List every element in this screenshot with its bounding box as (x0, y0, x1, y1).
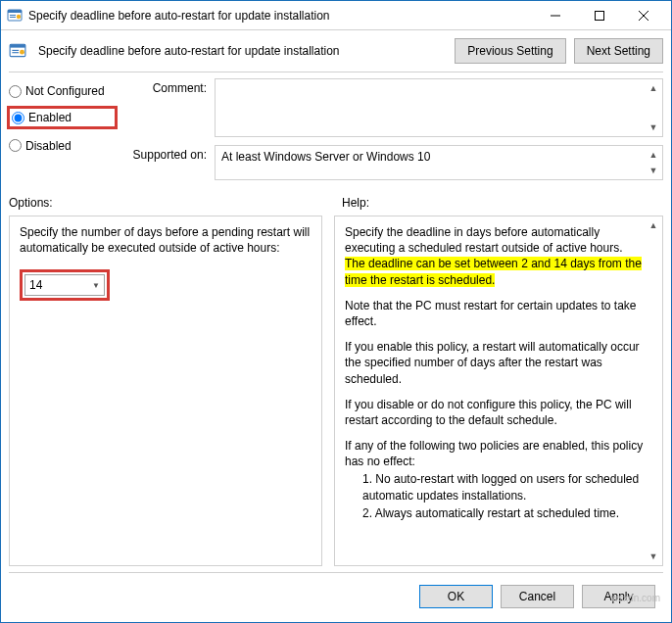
supported-row: Supported on: At least Windows Server or… (126, 145, 663, 180)
options-label: Options: (9, 196, 322, 210)
close-button[interactable] (621, 1, 665, 30)
titlebar-controls (533, 1, 665, 30)
radio-not-configured-label: Not Configured (25, 84, 105, 98)
days-dropdown[interactable]: 14 ▼ (24, 274, 105, 296)
help-text: Specify the deadline in days before auto… (345, 224, 645, 531)
supported-on-value: At least Windows Server or Windows 10 (221, 150, 430, 164)
window: Specify deadline before auto-restart for… (0, 0, 672, 623)
header-row: Specify deadline before auto-restart for… (9, 38, 663, 64)
content-area: Specify deadline before auto-restart for… (1, 30, 671, 622)
svg-rect-6 (595, 11, 603, 20)
scroll-down-icon: ▼ (647, 164, 660, 177)
svg-rect-11 (12, 50, 19, 51)
svg-point-4 (17, 14, 21, 18)
cancel-button[interactable]: Cancel (501, 585, 574, 608)
scroll-down-icon: ▼ (647, 550, 660, 563)
comment-label: Comment: (126, 78, 215, 137)
supported-on-box: At least Windows Server or Windows 10 ▲ … (215, 145, 663, 180)
scroll-down-icon: ▼ (647, 120, 660, 134)
policy-icon (9, 42, 26, 60)
radio-enabled-highlight: Enabled (9, 110, 117, 127)
comment-input[interactable]: ▲ ▼ (215, 78, 663, 137)
supported-label: Supported on: (126, 145, 215, 180)
chevron-down-icon: ▼ (92, 281, 100, 290)
svg-point-13 (20, 50, 24, 55)
help-panel: Specify the deadline in days before auto… (334, 216, 663, 566)
window-title: Specify deadline before auto-restart for… (28, 9, 533, 23)
help-p5b: 2. Always automatically restart at sched… (345, 505, 645, 521)
scroll-up-icon: ▲ (647, 148, 660, 162)
radio-disabled-input[interactable] (9, 139, 22, 152)
panels: Specify the number of days before a pend… (9, 216, 663, 566)
apply-button[interactable]: Apply (582, 585, 655, 608)
next-setting-button[interactable]: Next Setting (574, 38, 663, 64)
scroll-up-icon: ▲ (647, 218, 660, 232)
days-value: 14 (29, 278, 42, 292)
svg-rect-12 (12, 52, 19, 53)
ok-button[interactable]: OK (419, 585, 493, 608)
scroll-up-icon: ▲ (647, 81, 660, 95)
comment-row: Comment: ▲ ▼ (126, 78, 663, 137)
app-icon (7, 8, 23, 24)
help-p2: Note that the PC must restart for certai… (345, 298, 645, 329)
dropdown-highlight: 14 ▼ (20, 269, 110, 301)
options-description: Specify the number of days before a pend… (20, 224, 312, 256)
help-p1: Specify the deadline in days before auto… (345, 224, 645, 288)
help-p5: If any of the following two policies are… (345, 438, 645, 469)
help-p3: If you enable this policy, a restart wil… (345, 339, 645, 387)
help-p5a: 1. No auto-restart with logged on users … (345, 471, 645, 503)
options-panel: Specify the number of days before a pend… (9, 216, 322, 566)
radio-disabled[interactable]: Disabled (9, 139, 117, 153)
fields-column: Comment: ▲ ▼ Supported on: At least Wind… (126, 78, 663, 188)
minimize-button[interactable] (533, 1, 577, 30)
state-radio-group: Not Configured Enabled Disabled (9, 78, 117, 188)
help-p4: If you disable or do not configure this … (345, 397, 645, 428)
svg-rect-3 (10, 17, 16, 18)
header-title: Specify deadline before auto-restart for… (38, 44, 447, 58)
help-label: Help: (342, 196, 369, 210)
radio-disabled-label: Disabled (25, 139, 72, 153)
svg-rect-1 (8, 10, 22, 13)
svg-rect-2 (10, 15, 16, 16)
footer: OK Cancel Apply (9, 579, 663, 614)
help-highlight: The deadline can be set between 2 and 14… (345, 257, 642, 286)
top-section: Not Configured Enabled Disabled (9, 78, 663, 188)
svg-rect-10 (10, 44, 25, 47)
divider (9, 72, 663, 72)
maximize-button[interactable] (577, 1, 621, 30)
section-labels: Options: Help: (9, 196, 663, 210)
radio-not-configured-input[interactable] (9, 85, 22, 98)
previous-setting-button[interactable]: Previous Setting (455, 38, 565, 64)
divider (9, 572, 663, 573)
radio-enabled-label: Enabled (28, 111, 72, 124)
radio-enabled[interactable]: Enabled (12, 111, 72, 124)
radio-enabled-input[interactable] (12, 112, 24, 124)
radio-not-configured[interactable]: Not Configured (9, 84, 117, 98)
titlebar: Specify deadline before auto-restart for… (1, 1, 671, 30)
